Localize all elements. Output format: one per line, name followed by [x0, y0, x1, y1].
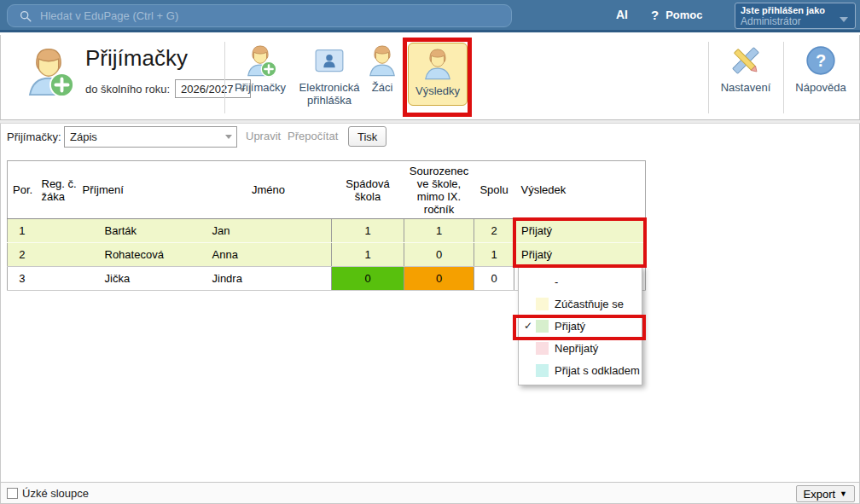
col-vysledek[interactable]: Výsledek [514, 161, 646, 219]
ruler-pencil-icon [729, 43, 763, 78]
color-swatch [536, 364, 549, 377]
napoveda-button[interactable]: Nápověda [790, 42, 851, 94]
edupage-window: ? Hledat v EduPage (Ctrl + G) AI ? Pomoc… [0, 0, 860, 504]
col-por[interactable]: Por. [8, 161, 37, 219]
color-swatch [536, 298, 549, 310]
col-spadova[interactable]: Spádová škola [332, 161, 404, 219]
result-cell[interactable]: Přijatý [514, 219, 646, 243]
dropdown-item-zucastnuje[interactable]: Zúčastňuje se [519, 293, 642, 315]
print-button[interactable]: Tisk [348, 126, 386, 147]
user-menu[interactable]: Jste přihlášen jako Administrátor [735, 3, 856, 29]
question-icon: ? [651, 0, 659, 30]
table-header-row: Por. Reg. č. žáka Příjmení Jméno Spádová… [8, 161, 646, 219]
admissions-filter-label: Přijímačky: [7, 130, 61, 143]
help-button[interactable]: ? Pomoc [651, 0, 703, 30]
login-role: Administrátor [741, 16, 850, 27]
col-spolu[interactable]: Spolu [474, 161, 514, 219]
page-title: Přijímačky [85, 45, 188, 72]
admissions-module-icon [22, 45, 75, 98]
col-reg[interactable]: Reg. č. žáka [37, 161, 78, 219]
col-prijmeni[interactable]: Příjmení [78, 161, 206, 219]
question-circle-icon [804, 43, 838, 78]
search-placeholder: Hledat v EduPage (Ctrl + G) [40, 9, 178, 22]
top-bar: Hledat v EduPage (Ctrl + G) AI ? Pomoc J… [0, 0, 860, 32]
search-input[interactable]: Hledat v EduPage (Ctrl + G) [7, 4, 512, 27]
dropdown-item-prijaty[interactable]: ✓ Přijatý [519, 315, 642, 337]
caret-down-icon: ▼ [840, 490, 847, 498]
dropdown-item-neprijaty[interactable]: Nepřijatý [519, 337, 642, 359]
dropdown-item-none[interactable]: - [519, 270, 642, 293]
help-label: Pomoc [665, 0, 702, 30]
recalculate-link[interactable]: Přepočítat [288, 130, 338, 142]
table-row[interactable]: 1 Barták Jan 1 1 2 Přijatý [8, 219, 646, 243]
toolbar-prijimacky-button[interactable]: Přijímačky [230, 42, 291, 94]
toolbar-vysledky-button[interactable]: Výsledky [408, 43, 468, 106]
status-cell-green: 0 [332, 267, 404, 291]
search-icon [18, 9, 33, 24]
caret-down-icon [225, 135, 232, 139]
check-icon: ✓ [524, 320, 536, 332]
admissions-select[interactable]: Zápis [64, 126, 237, 148]
eapplication-icon [312, 43, 346, 78]
result-cell[interactable]: Přijatý [514, 243, 646, 267]
color-swatch [536, 342, 549, 355]
ai-button[interactable]: AI [616, 0, 628, 30]
person-icon [421, 47, 455, 81]
color-swatch [536, 320, 549, 333]
col-sourozenec[interactable]: Sourozenec ve škole, mimo IX. ročník [404, 161, 474, 219]
year-label: do školního roku: [85, 83, 170, 96]
narrow-columns-checkbox[interactable] [7, 488, 18, 499]
dropdown-item-odklad[interactable]: Přijat s odkladem [519, 359, 642, 381]
edit-link[interactable]: Upravit [246, 130, 281, 142]
narrow-columns-toggle[interactable]: Úzké sloupce [7, 487, 89, 500]
color-swatch [536, 275, 549, 288]
caret-down-icon [840, 17, 848, 22]
person-icon [365, 43, 399, 78]
col-jmeno[interactable]: Jméno [206, 161, 332, 219]
status-cell-orange: 0 [404, 267, 474, 291]
settings-button[interactable]: Nastavení [715, 42, 776, 94]
main-content: Přijímačky: Zápis Upravit Přepočítat Tis… [0, 124, 860, 482]
narrow-columns-label: Úzké sloupce [22, 487, 89, 500]
export-button[interactable]: Export ▼ [796, 485, 856, 502]
table-row[interactable]: 2 Rohatecová Anna 1 0 1 Přijatý [8, 243, 646, 267]
person-add-icon [243, 43, 277, 78]
divider [708, 42, 709, 113]
module-header: Přijímačky do školního roku: 2026/2027 P… [0, 35, 860, 119]
divider [224, 42, 225, 113]
footer-bar: Úzké sloupce Export ▼ [0, 482, 860, 504]
status-dropdown: - Zúčastňuje se ✓ Přijatý Nepřijatý Přij… [518, 266, 642, 385]
toolbar-zaci-button[interactable]: Žáci [355, 42, 410, 94]
divider [783, 42, 784, 113]
